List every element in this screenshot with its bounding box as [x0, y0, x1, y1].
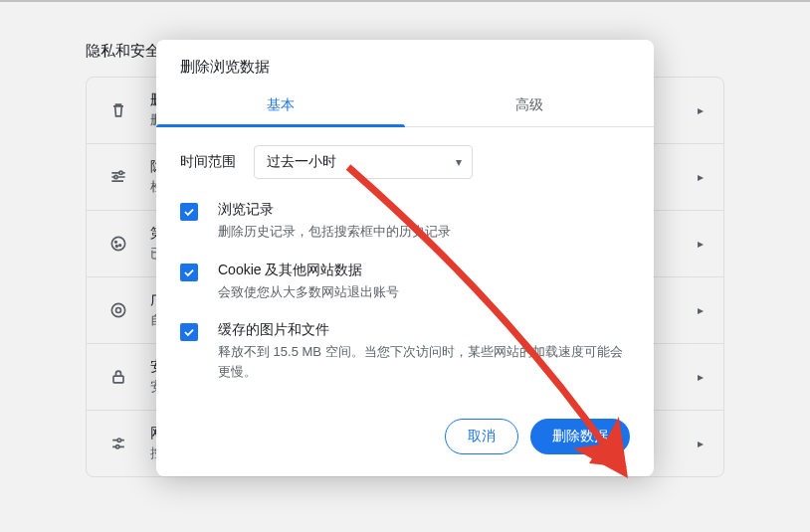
- dialog-body: 时间范围 过去一小时 浏览记录 删除历史记录，包括搜索框中的历史记录: [156, 127, 654, 381]
- check-title: 浏览记录: [218, 201, 630, 219]
- checkbox-cache[interactable]: [180, 323, 198, 341]
- time-range-select[interactable]: 过去一小时: [254, 145, 473, 179]
- checkbox-history[interactable]: [180, 203, 198, 221]
- check-item-cache: 缓存的图片和文件 释放不到 15.5 MB 空间。当您下次访问时，某些网站的加载…: [180, 321, 630, 381]
- check-text: 浏览记录 删除历史记录，包括搜索框中的历史记录: [218, 201, 630, 242]
- time-range-value: 过去一小时: [267, 153, 336, 169]
- check-desc: 会致使您从大多数网站退出账号: [218, 282, 630, 302]
- check-title: Cookie 及其他网站数据: [218, 262, 630, 279]
- check-desc: 删除历史记录，包括搜索框中的历史记录: [218, 222, 630, 242]
- dialog-tabs: 基本 高级: [156, 85, 654, 127]
- check-text: Cookie 及其他网站数据 会致使您从大多数网站退出账号: [218, 262, 630, 302]
- clear-browsing-data-dialog: 删除浏览数据 基本 高级 时间范围 过去一小时 浏览记录 删除历史记录，包括搜索…: [156, 40, 654, 476]
- tab-basic[interactable]: 基本: [156, 85, 405, 126]
- delete-data-button[interactable]: 删除数据: [530, 419, 630, 454]
- checkbox-cookies[interactable]: [180, 264, 198, 281]
- cancel-button[interactable]: 取消: [445, 419, 518, 454]
- tab-advanced[interactable]: 高级: [405, 85, 654, 126]
- time-range-label: 时间范围: [180, 153, 236, 171]
- dialog-title: 删除浏览数据: [156, 40, 654, 85]
- dialog-footer: 取消 删除数据: [156, 401, 654, 476]
- time-range-row: 时间范围 过去一小时: [180, 145, 630, 179]
- check-item-history: 浏览记录 删除历史记录，包括搜索框中的历史记录: [180, 201, 630, 242]
- check-desc: 释放不到 15.5 MB 空间。当您下次访问时，某些网站的加载速度可能会更慢。: [218, 342, 630, 381]
- modal-overlay: 删除浏览数据 基本 高级 时间范围 过去一小时 浏览记录 删除历史记录，包括搜索…: [0, 0, 810, 532]
- check-item-cookies: Cookie 及其他网站数据 会致使您从大多数网站退出账号: [180, 262, 630, 302]
- check-title: 缓存的图片和文件: [218, 321, 630, 339]
- check-text: 缓存的图片和文件 释放不到 15.5 MB 空间。当您下次访问时，某些网站的加载…: [218, 321, 630, 381]
